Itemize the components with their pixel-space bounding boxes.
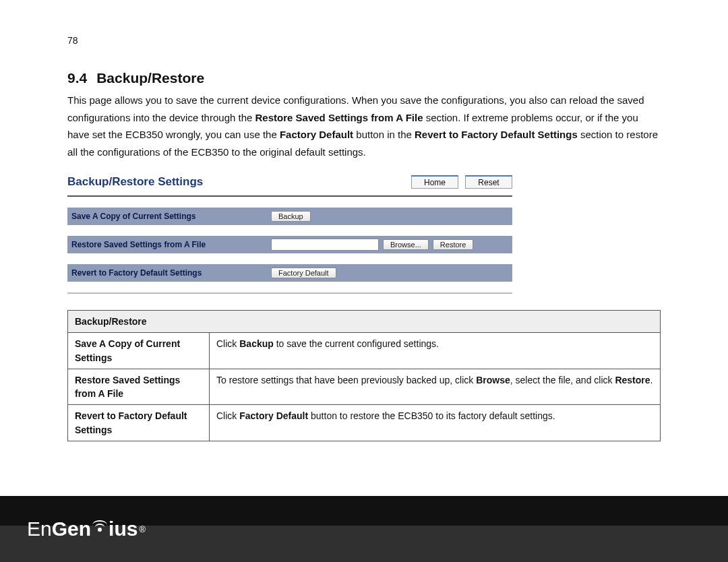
- row-restore-file: Restore Saved Settings from A File Brows…: [67, 236, 512, 253]
- table-row: Save A Copy of Current Settings Click Ba…: [68, 333, 661, 369]
- factory-default-button[interactable]: Factory Default: [271, 268, 336, 278]
- screenshot-header: Backup/Restore Settings Home Reset: [67, 175, 512, 195]
- wifi-icon: [90, 518, 110, 534]
- top-buttons: Home Reset: [411, 175, 512, 189]
- row-value: Click Backup to save the current configu…: [210, 333, 661, 369]
- row-label: Save A Copy of Current Settings: [67, 212, 270, 221]
- row-save-copy: Save A Copy of Current Settings Backup: [67, 208, 512, 225]
- row-label: Revert to Factory Default Settings: [67, 268, 270, 278]
- home-button[interactable]: Home: [411, 175, 458, 189]
- file-path-input[interactable]: [271, 239, 379, 251]
- logo-text: Gen: [52, 518, 91, 540]
- backup-button[interactable]: Backup: [271, 211, 311, 222]
- description-table: Backup/Restore Save A Copy of Current Se…: [67, 310, 661, 441]
- intro-paragraph: This page allows you to save the current…: [67, 92, 661, 160]
- browse-button[interactable]: Browse...: [383, 239, 429, 250]
- section-number: 9.4: [67, 70, 87, 86]
- divider: [67, 292, 512, 294]
- logo-text: ius: [109, 518, 138, 540]
- row-value: Click Factory Default button to restore …: [210, 405, 661, 441]
- document-page: 78 9.4Backup/Restore This page allows yo…: [0, 0, 728, 441]
- registered-icon: ®: [139, 524, 146, 534]
- row-factory-default: Revert to Factory Default Settings Facto…: [67, 264, 512, 282]
- embedded-screenshot: Backup/Restore Settings Home Reset Save …: [67, 175, 512, 294]
- row-label: Restore Saved Settings from A File: [67, 240, 270, 249]
- table-row: Revert to Factory Default Settings Click…: [68, 405, 661, 441]
- row-key: Revert to Factory Default Settings: [68, 405, 210, 441]
- panel-title: Backup/Restore Settings: [67, 175, 203, 189]
- reset-button[interactable]: Reset: [465, 175, 512, 189]
- engenius-logo: EnGenius®: [27, 518, 146, 540]
- row-key: Restore Saved Settings from A File: [68, 369, 210, 405]
- table-row: Restore Saved Settings from A File To re…: [68, 369, 661, 405]
- logo-text: En: [27, 518, 52, 540]
- restore-button[interactable]: Restore: [433, 239, 474, 250]
- page-number: 78: [67, 35, 661, 46]
- table-header-row: Backup/Restore: [68, 311, 661, 333]
- row-key: Save A Copy of Current Settings: [68, 333, 210, 369]
- row-value: To restore settings that have been previ…: [210, 369, 661, 405]
- divider: [67, 195, 512, 197]
- page-footer: EnGenius®: [0, 496, 728, 562]
- table-header: Backup/Restore: [68, 311, 661, 333]
- section-heading: 9.4Backup/Restore: [67, 70, 661, 86]
- section-title: Backup/Restore: [96, 70, 204, 86]
